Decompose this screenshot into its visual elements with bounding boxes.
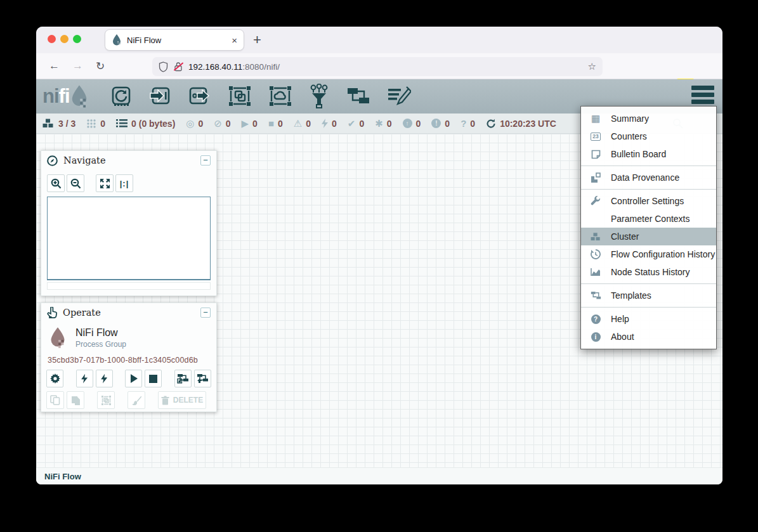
process-group-droplet-icon: [49, 326, 67, 349]
invalid-icon: ⚠: [294, 119, 302, 128]
save-template-icon: [177, 373, 188, 384]
browser-tab[interactable]: NiFi Flow ×: [105, 29, 244, 51]
shield-icon[interactable]: [159, 62, 168, 72]
menu-item-counters[interactable]: 23 Counters: [581, 127, 716, 145]
status-stale: ↑ 0: [403, 119, 421, 129]
status-refresh: 10:20:23 UTC: [486, 119, 556, 129]
menu-item-templates[interactable]: Templates: [581, 287, 716, 304]
stopped-icon: ■: [268, 119, 274, 128]
threads-count: 0: [100, 119, 105, 129]
templates-icon: [591, 291, 601, 300]
zoom-out-icon: [70, 178, 81, 189]
zoom-in-icon: [51, 178, 62, 189]
status-locally-modified-stale: ! 0: [431, 119, 450, 129]
url-bar[interactable]: 192.168.40.11:8080/nifi/ ☆: [152, 57, 603, 76]
reload-icon[interactable]: ↻: [96, 60, 105, 73]
upload-template-button[interactable]: [194, 370, 211, 387]
queued-icon: [116, 119, 127, 128]
template-tool-icon[interactable]: [345, 85, 370, 108]
menu-item-help[interactable]: ? Help: [581, 310, 716, 328]
process-group-tool-icon[interactable]: [227, 84, 252, 108]
disable-button[interactable]: [96, 370, 113, 387]
global-menu-icon[interactable]: [691, 86, 714, 104]
navigate-collapse-button[interactable]: −: [200, 155, 211, 165]
status-queued: 0 (0 bytes): [116, 119, 175, 129]
zoom-window-button[interactable]: [73, 35, 81, 43]
not-transmitting-count: 0: [226, 119, 231, 129]
bulletin-board-icon: [591, 150, 601, 159]
forward-icon[interactable]: →: [72, 60, 83, 72]
output-port-tool-icon[interactable]: [188, 84, 212, 108]
lightning-slash-icon: [101, 374, 107, 384]
zoom-out-button[interactable]: [67, 174, 84, 192]
menu-item-node-status-history[interactable]: Node Status History: [581, 263, 716, 281]
stop-button[interactable]: [145, 370, 162, 387]
copy-button[interactable]: [46, 391, 64, 409]
queued-count: 0 (0 bytes): [131, 119, 175, 129]
url-text[interactable]: 192.168.40.11:8080/nifi/: [188, 61, 280, 72]
input-port-tool-icon[interactable]: [148, 84, 173, 108]
locally-modified-count: 0: [387, 119, 392, 129]
paste-button[interactable]: [67, 391, 84, 409]
disabled-count: 0: [332, 119, 337, 129]
group-button[interactable]: [97, 391, 115, 409]
breadcrumb[interactable]: NiFi Flow: [44, 472, 81, 481]
configure-button[interactable]: [46, 370, 63, 387]
stale-count: 0: [416, 119, 421, 129]
enable-button[interactable]: [76, 370, 93, 387]
back-icon[interactable]: ←: [49, 60, 60, 72]
zoom-fit-icon: [100, 178, 110, 189]
menu-item-about[interactable]: i About: [581, 328, 716, 346]
last-refresh-time: 10:20:23 UTC: [500, 119, 556, 129]
create-template-button[interactable]: [174, 370, 192, 387]
refresh-icon[interactable]: [486, 119, 496, 129]
up-to-date-count: 0: [359, 119, 364, 129]
delete-button[interactable]: DELETE: [158, 391, 206, 409]
menu-item-parameter-contexts[interactable]: Parameter Contexts: [581, 210, 716, 228]
bookmark-star-icon[interactable]: ☆: [588, 61, 596, 72]
zoom-fit-button[interactable]: [96, 174, 114, 192]
upload-template-icon: [197, 373, 208, 384]
url-host: 192.168.40.11: [188, 62, 242, 72]
insecure-lock-icon[interactable]: [174, 62, 183, 72]
birdseye-minimap[interactable]: [47, 197, 211, 280]
menu-item-cluster[interactable]: Cluster: [581, 228, 716, 245]
zoom-actual-button[interactable]: |:|: [115, 174, 133, 192]
operate-panel: Operate − NiFi Flow Process Group 35cbd3…: [41, 302, 217, 412]
remote-process-group-tool-icon[interactable]: [268, 84, 293, 108]
nifi-logo: nifi: [42, 84, 89, 108]
close-window-button[interactable]: [48, 35, 56, 43]
cluster-icon: [42, 118, 55, 129]
funnel-tool-icon[interactable]: [308, 84, 330, 109]
status-disabled: 0: [322, 119, 337, 129]
transmitting-icon: ◎: [186, 119, 194, 128]
menu-divider: [581, 307, 716, 308]
sync-failure-icon: ?: [461, 118, 466, 129]
history-icon: [591, 249, 601, 259]
summary-icon: ▦: [589, 113, 602, 124]
menu-item-data-provenance[interactable]: Data Provenance: [581, 169, 716, 186]
disabled-icon: [322, 119, 328, 128]
zoom-in-button[interactable]: [47, 174, 65, 192]
processor-tool-icon[interactable]: [109, 84, 133, 108]
navigate-title: Navigate: [63, 155, 195, 165]
menu-item-bulletin-board[interactable]: Bulletin Board: [581, 145, 716, 163]
browser-navbar: ← → ↻ 192.168.40.11:8080/nifi/ ☆: [36, 53, 722, 79]
menu-item-summary[interactable]: ▦ Summary: [581, 110, 716, 127]
color-button[interactable]: [127, 391, 145, 409]
new-tab-button[interactable]: +: [253, 32, 261, 48]
stopped-count: 0: [278, 119, 283, 129]
minimize-window-button[interactable]: [60, 35, 69, 43]
label-tool-icon[interactable]: [386, 85, 411, 108]
logo-text-fi: fi: [59, 85, 70, 108]
trash-icon: [161, 396, 169, 405]
operate-collapse-button[interactable]: −: [200, 308, 211, 318]
birdseye-slider[interactable]: [47, 282, 211, 290]
menu-item-flow-configuration-history[interactable]: Flow Configuration History: [581, 245, 716, 263]
wrench-icon: [591, 196, 601, 206]
logo-text-ni: ni: [42, 85, 59, 108]
compass-icon: [47, 155, 58, 166]
menu-item-controller-settings[interactable]: Controller Settings: [581, 192, 716, 210]
start-button[interactable]: [125, 370, 142, 387]
tab-close-icon[interactable]: ×: [232, 36, 237, 45]
